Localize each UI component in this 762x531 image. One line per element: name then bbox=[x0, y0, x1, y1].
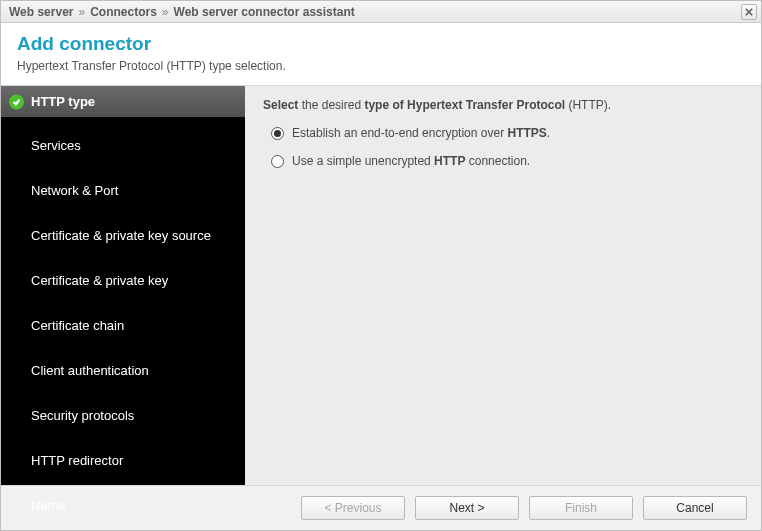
radio-icon bbox=[271, 155, 284, 168]
finish-button: Finish bbox=[529, 496, 633, 520]
check-icon bbox=[9, 94, 24, 109]
close-button[interactable] bbox=[741, 4, 757, 20]
step-cert-key[interactable]: Certificate & private key bbox=[1, 264, 245, 297]
step-label: HTTP redirector bbox=[31, 453, 123, 468]
step-http-redirector[interactable]: HTTP redirector bbox=[1, 444, 245, 477]
option-https[interactable]: Establish an end-to-end encryption over … bbox=[271, 126, 743, 140]
wizard-header: Add connector Hypertext Transfer Protoco… bbox=[1, 23, 761, 86]
radio-icon bbox=[271, 127, 284, 140]
breadcrumb-item[interactable]: Connectors bbox=[90, 5, 157, 19]
wizard-content: Select the desired type of Hypertext Tra… bbox=[245, 86, 761, 485]
step-label: Security protocols bbox=[31, 408, 134, 423]
step-services[interactable]: Services bbox=[1, 129, 245, 162]
step-label: Name bbox=[31, 498, 66, 513]
wizard-body: HTTP type Services Network & Port Certif… bbox=[1, 86, 761, 486]
step-network-port[interactable]: Network & Port bbox=[1, 174, 245, 207]
instruction-text: Select the desired type of Hypertext Tra… bbox=[263, 98, 743, 112]
breadcrumb-separator: » bbox=[78, 5, 85, 19]
previous-button: < Previous bbox=[301, 496, 405, 520]
next-button[interactable]: Next > bbox=[415, 496, 519, 520]
step-name[interactable]: Name bbox=[1, 489, 245, 522]
breadcrumb-item[interactable]: Web server bbox=[9, 5, 73, 19]
step-label: Client authentication bbox=[31, 363, 149, 378]
breadcrumb-item: Web server connector assistant bbox=[174, 5, 355, 19]
close-icon bbox=[745, 8, 753, 16]
step-security-protocols[interactable]: Security protocols bbox=[1, 399, 245, 432]
page-title: Add connector bbox=[17, 33, 745, 55]
step-cert-chain[interactable]: Certificate chain bbox=[1, 309, 245, 342]
step-client-auth[interactable]: Client authentication bbox=[1, 354, 245, 387]
breadcrumb-separator: » bbox=[162, 5, 169, 19]
step-label: Services bbox=[31, 138, 81, 153]
step-label: Certificate & private key source bbox=[31, 228, 211, 243]
wizard-window: Web server » Connectors » Web server con… bbox=[0, 0, 762, 531]
step-label: Network & Port bbox=[31, 183, 118, 198]
step-http-type[interactable]: HTTP type bbox=[1, 86, 245, 117]
wizard-steps-sidebar: HTTP type Services Network & Port Certif… bbox=[1, 86, 245, 485]
option-label: Use a simple unencrypted HTTP connection… bbox=[292, 154, 530, 168]
step-cert-key-source[interactable]: Certificate & private key source bbox=[1, 219, 245, 252]
step-label: Certificate & private key bbox=[31, 273, 168, 288]
step-label: Certificate chain bbox=[31, 318, 124, 333]
step-label: HTTP type bbox=[31, 94, 95, 109]
titlebar: Web server » Connectors » Web server con… bbox=[1, 1, 761, 23]
page-subtitle: Hypertext Transfer Protocol (HTTP) type … bbox=[17, 59, 745, 73]
option-http[interactable]: Use a simple unencrypted HTTP connection… bbox=[271, 154, 743, 168]
cancel-button[interactable]: Cancel bbox=[643, 496, 747, 520]
option-label: Establish an end-to-end encryption over … bbox=[292, 126, 550, 140]
